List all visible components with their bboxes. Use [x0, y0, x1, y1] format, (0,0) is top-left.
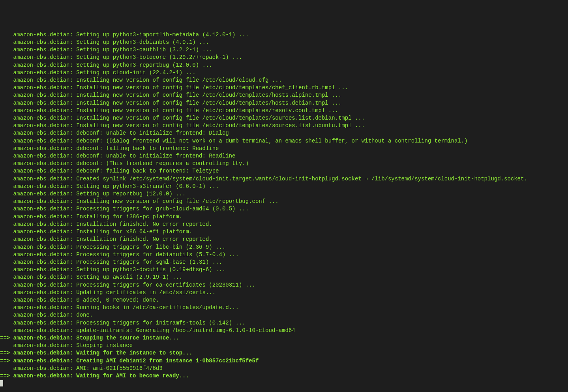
- log-line: amazon-ebs.debian: Setting up python3-oa…: [0, 47, 212, 53]
- terminal-line: amazon-ebs.debian: done.: [0, 311, 568, 319]
- status-arrow: ==>: [0, 335, 13, 341]
- log-line: amazon-ebs.debian: debconf: unable to in…: [0, 153, 236, 159]
- terminal-line: amazon-ebs.debian: Created symlink /etc/…: [0, 175, 568, 183]
- terminal-line: amazon-ebs.debian: Setting up cloud-init…: [0, 69, 568, 77]
- terminal-output[interactable]: amazon-ebs.debian: Setting up python3-im…: [0, 31, 568, 388]
- terminal-line: amazon-ebs.debian: Installing new versio…: [0, 114, 568, 122]
- log-line: amazon-ebs.debian: Installing new versio…: [0, 84, 348, 91]
- log-line: amazon-ebs.debian: Installing for i386-p…: [0, 214, 182, 220]
- log-line: amazon-ebs.debian: Setting up python3-s3…: [0, 183, 219, 189]
- terminal-line: amazon-ebs.debian: Processing triggers f…: [0, 281, 568, 289]
- log-line: amazon-ebs.debian: Updating certificates…: [0, 289, 216, 296]
- log-line: amazon-ebs.debian: Processing triggers f…: [0, 259, 222, 265]
- status-message: amazon-ebs.debian: Stopping the source i…: [13, 335, 179, 341]
- log-line: amazon-ebs.debian: 0 added, 0 removed; d…: [0, 297, 159, 303]
- terminal-line: amazon-ebs.debian: Installing new versio…: [0, 92, 568, 99]
- log-line: amazon-ebs.debian: AMI: ami-021f5559916f…: [0, 365, 163, 371]
- log-line: amazon-ebs.debian: debconf: (Dialog fron…: [0, 138, 468, 144]
- terminal-line: amazon-ebs.debian: Setting up python3-oa…: [0, 46, 568, 54]
- terminal-line: amazon-ebs.debian: Processing triggers f…: [0, 244, 568, 251]
- log-line: amazon-ebs.debian: Installing new versio…: [0, 77, 282, 83]
- log-line: amazon-ebs.debian: debconf: falling back…: [0, 145, 219, 152]
- terminal-line: amazon-ebs.debian: Setting up reportbug …: [0, 190, 568, 198]
- terminal-line: amazon-ebs.debian: Installing for x86_64…: [0, 228, 568, 236]
- terminal-line: amazon-ebs.debian: Setting up awscli (2.…: [0, 274, 568, 281]
- terminal-line: amazon-ebs.debian: Installing new versio…: [0, 84, 568, 92]
- terminal-line: amazon-ebs.debian: debconf: (This fronte…: [0, 160, 568, 167]
- log-line: amazon-ebs.debian: Setting up python3-de…: [0, 39, 209, 45]
- cursor-line: [0, 380, 568, 387]
- log-line: amazon-ebs.debian: Installing new versio…: [0, 122, 365, 129]
- log-line: amazon-ebs.debian: Running hooks in /etc…: [0, 304, 239, 311]
- terminal-line: amazon-ebs.debian: Setting up python3-s3…: [0, 183, 568, 190]
- terminal-line: amazon-ebs.debian: Installation finished…: [0, 236, 568, 243]
- log-line: amazon-ebs.debian: done.: [0, 312, 93, 318]
- terminal-line: amazon-ebs.debian: Updating certificates…: [0, 289, 568, 296]
- terminal-line: amazon-ebs.debian: Processing triggers f…: [0, 319, 568, 327]
- log-line: amazon-ebs.debian: debconf: unable to in…: [0, 130, 229, 136]
- log-line: amazon-ebs.debian: Processing triggers f…: [0, 251, 239, 258]
- log-line: amazon-ebs.debian: Setting up python3-do…: [0, 266, 225, 273]
- log-line: amazon-ebs.debian: Setting up python3-re…: [0, 62, 212, 68]
- log-line: amazon-ebs.debian: Setting up python3-im…: [0, 32, 249, 38]
- terminal-line: amazon-ebs.debian: Running hooks in /etc…: [0, 304, 568, 311]
- log-line: amazon-ebs.debian: debconf: falling back…: [0, 168, 219, 174]
- log-line: amazon-ebs.debian: Setting up awscli (2.…: [0, 274, 182, 280]
- terminal-line: amazon-ebs.debian: Installing new versio…: [0, 198, 568, 205]
- terminal-line: amazon-ebs.debian: debconf: (Dialog fron…: [0, 137, 568, 145]
- terminal-line: amazon-ebs.debian: Stopping instance: [0, 342, 568, 349]
- log-line: amazon-ebs.debian: Setting up cloud-init…: [0, 69, 196, 76]
- status-message: amazon-ebs.debian: Creating AMI debian12…: [13, 358, 259, 364]
- log-line: amazon-ebs.debian: Installation finished…: [0, 221, 212, 227]
- terminal-line: amazon-ebs.debian: Processing triggers f…: [0, 259, 568, 266]
- log-line: amazon-ebs.debian: Processing triggers f…: [0, 282, 255, 288]
- terminal-line: amazon-ebs.debian: debconf: unable to in…: [0, 152, 568, 160]
- log-line: amazon-ebs.debian: Installing new versio…: [0, 107, 338, 114]
- terminal-line: ==> amazon-ebs.debian: Creating AMI debi…: [0, 357, 568, 365]
- terminal-line: amazon-ebs.debian: Setting up python3-de…: [0, 39, 568, 46]
- terminal-line: amazon-ebs.debian: Installing new versio…: [0, 77, 568, 84]
- log-line: amazon-ebs.debian: Installing for x86_64…: [0, 229, 192, 235]
- log-line: amazon-ebs.debian: Processing triggers f…: [0, 320, 246, 326]
- log-line: amazon-ebs.debian: Installation finished…: [0, 236, 212, 242]
- log-line: amazon-ebs.debian: Processing triggers f…: [0, 244, 225, 250]
- terminal-line: amazon-ebs.debian: update-initramfs: Gen…: [0, 327, 568, 334]
- log-line: amazon-ebs.debian: Setting up reportbug …: [0, 191, 186, 197]
- terminal-line: amazon-ebs.debian: AMI: ami-021f5559916f…: [0, 365, 568, 372]
- status-arrow: ==>: [0, 373, 13, 379]
- terminal-line: ==> amazon-ebs.debian: Stopping the sour…: [0, 334, 568, 342]
- terminal-line: amazon-ebs.debian: Installing new versio…: [0, 99, 568, 107]
- log-line: amazon-ebs.debian: Installing new versio…: [0, 100, 341, 106]
- terminal-line: amazon-ebs.debian: Installing new versio…: [0, 107, 568, 114]
- log-line: amazon-ebs.debian: Processing triggers f…: [0, 206, 249, 212]
- status-arrow: ==>: [0, 350, 13, 356]
- terminal-line: amazon-ebs.debian: Installation finished…: [0, 221, 568, 228]
- terminal-line: ==> amazon-ebs.debian: Waiting for AMI t…: [0, 372, 568, 380]
- log-line: amazon-ebs.debian: Installing new versio…: [0, 92, 341, 98]
- status-message: amazon-ebs.debian: Waiting for the insta…: [13, 350, 193, 356]
- terminal-line: amazon-ebs.debian: debconf: unable to in…: [0, 129, 568, 137]
- log-line: amazon-ebs.debian: Installing new versio…: [0, 115, 365, 121]
- terminal-cursor: [0, 380, 3, 386]
- terminal-line: ==> amazon-ebs.debian: Waiting for the i…: [0, 349, 568, 357]
- status-message: amazon-ebs.debian: Waiting for AMI to be…: [13, 373, 189, 379]
- terminal-line: amazon-ebs.debian: Setting up python3-re…: [0, 62, 568, 69]
- terminal-line: amazon-ebs.debian: Setting up python3-do…: [0, 266, 568, 274]
- status-arrow: ==>: [0, 358, 13, 364]
- terminal-line: amazon-ebs.debian: Setting up python3-bo…: [0, 54, 568, 61]
- log-line: amazon-ebs.debian: Setting up python3-bo…: [0, 54, 242, 60]
- log-line: amazon-ebs.debian: update-initramfs: Gen…: [0, 327, 295, 334]
- terminal-line: amazon-ebs.debian: debconf: falling back…: [0, 145, 568, 152]
- terminal-line: amazon-ebs.debian: Processing triggers f…: [0, 251, 568, 259]
- terminal-line: amazon-ebs.debian: 0 added, 0 removed; d…: [0, 296, 568, 304]
- log-line: amazon-ebs.debian: Stopping instance: [0, 342, 133, 349]
- log-line: amazon-ebs.debian: Created symlink /etc/…: [0, 176, 527, 182]
- terminal-line: amazon-ebs.debian: Setting up python3-im…: [0, 31, 568, 39]
- log-line: amazon-ebs.debian: Installing new versio…: [0, 198, 279, 204]
- terminal-line: amazon-ebs.debian: Processing triggers f…: [0, 205, 568, 213]
- terminal-line: amazon-ebs.debian: debconf: falling back…: [0, 167, 568, 175]
- terminal-line: amazon-ebs.debian: Installing new versio…: [0, 122, 568, 129]
- log-line: amazon-ebs.debian: debconf: (This fronte…: [0, 160, 249, 167]
- terminal-line: amazon-ebs.debian: Installing for i386-p…: [0, 213, 568, 221]
